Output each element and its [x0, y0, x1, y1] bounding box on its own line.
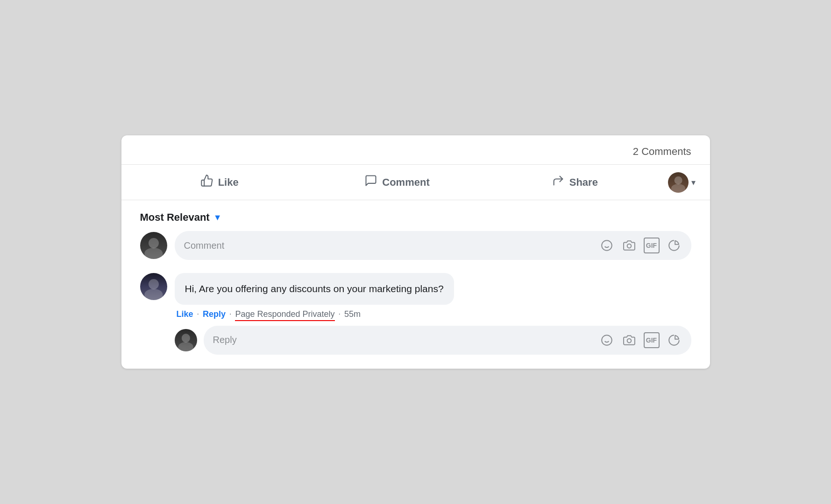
reply-input-box[interactable]: Reply	[204, 326, 691, 355]
comment-section: Comment	[121, 231, 710, 369]
svg-point-0	[602, 240, 612, 251]
reply-camera-icon[interactable]	[621, 332, 637, 348]
reply-avatar	[175, 329, 197, 351]
dot-2: ·	[229, 310, 231, 318]
comment-reply-link[interactable]: Reply	[203, 309, 226, 319]
reply-gif-icon[interactable]: GIF	[644, 332, 660, 348]
chevron-down-icon: ▾	[691, 177, 696, 188]
page-responded-label: Page Responded Privately	[235, 309, 334, 319]
facebook-comment-card: 2 Comments Like Comment	[121, 135, 710, 369]
share-icon	[552, 174, 565, 190]
avatar	[668, 172, 689, 193]
reply-area: Reply	[175, 326, 691, 355]
profile-dropdown[interactable]: ▾	[663, 168, 700, 196]
gif-icon[interactable]: GIF	[644, 238, 660, 253]
comment-input-row: Comment	[140, 231, 691, 260]
share-label: Share	[569, 176, 598, 189]
sort-area: Most Relevant ▼	[121, 200, 710, 231]
comment-input-box[interactable]: Comment	[175, 231, 691, 260]
comment-avatar	[140, 273, 167, 300]
dot-3: ·	[339, 310, 341, 318]
camera-icon[interactable]	[621, 238, 637, 253]
red-underline	[235, 320, 334, 321]
sort-label[interactable]: Most Relevant	[140, 211, 210, 224]
action-bar: Like Comment Share	[121, 165, 710, 200]
sort-dropdown-icon[interactable]: ▼	[213, 213, 222, 223]
comment-bubble: Hi, Are you offering any discounts on yo…	[175, 273, 454, 305]
svg-point-7	[627, 339, 631, 343]
share-button[interactable]: Share	[486, 168, 663, 197]
reply-placeholder: Reply	[213, 335, 593, 345]
svg-point-4	[602, 335, 612, 345]
comment-like-link[interactable]: Like	[177, 309, 193, 319]
comment-item: Hi, Are you offering any discounts on yo…	[140, 273, 691, 319]
comment-content: Hi, Are you offering any discounts on yo…	[175, 273, 454, 319]
like-button[interactable]: Like	[131, 168, 308, 197]
reply-input-row: Reply	[175, 326, 691, 355]
reply-sticker-icon[interactable]	[666, 332, 682, 348]
comment-time: 55m	[344, 309, 361, 319]
like-icon	[200, 174, 213, 190]
comment-icon	[364, 174, 377, 190]
reply-emoji-icon[interactable]	[599, 332, 615, 348]
comment-placeholder: Comment	[184, 240, 593, 251]
comment-button[interactable]: Comment	[308, 168, 486, 197]
emoji-icon[interactable]	[599, 238, 615, 253]
dot-1: ·	[197, 310, 199, 318]
svg-point-3	[627, 244, 631, 248]
comments-count: 2 Comments	[121, 135, 710, 164]
comment-text: Hi, Are you offering any discounts on yo…	[185, 283, 444, 294]
comment-actions: Like · Reply · Page Responded Privately …	[175, 309, 454, 319]
commenter-avatar	[140, 232, 167, 259]
comment-input-icons: GIF	[599, 238, 682, 253]
like-label: Like	[218, 176, 239, 189]
reply-input-icons: GIF	[599, 332, 682, 348]
comment-label: Comment	[382, 176, 429, 189]
sticker-icon[interactable]	[666, 238, 682, 253]
